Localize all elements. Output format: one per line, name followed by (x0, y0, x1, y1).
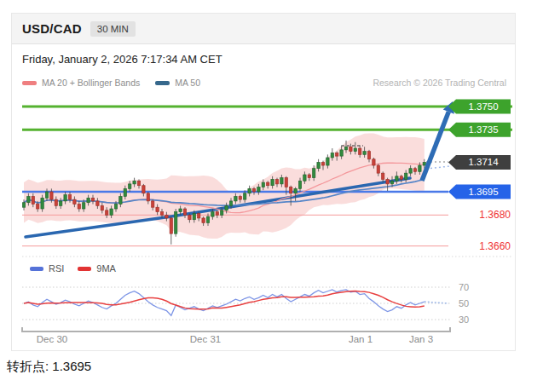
svg-text:Dec 31: Dec 31 (190, 334, 221, 344)
timeframe-badge: 30 MIN (90, 21, 136, 37)
chart-header: USD/CAD 30 MIN (12, 14, 515, 44)
legend-9ma: 9MA (78, 263, 116, 274)
date-line: Friday, January 2, 2026 7:17:34 AM CET (22, 53, 222, 66)
svg-text:Jan 1: Jan 1 (349, 334, 373, 344)
svg-text:50: 50 (459, 298, 469, 308)
svg-text:Dec 30: Dec 30 (37, 334, 67, 344)
rsi-9ma-swatch-icon (78, 267, 91, 271)
svg-text:1.3680: 1.3680 (479, 209, 511, 221)
symbol-title: USD/CAD (22, 21, 82, 36)
legend-ma50-label: MA 50 (175, 78, 200, 88)
legend-ma50: MA 50 (155, 78, 200, 88)
legend-ma20-label: MA 20 + Bollinger Bands (42, 78, 140, 88)
legend-rsi: RSI (30, 263, 64, 274)
legend-rsi-label: RSI (49, 263, 64, 274)
legend-row: MA 20 + Bollinger Bands MA 50 Research ©… (22, 78, 506, 88)
rsi-legend: RSI 9MA (30, 263, 116, 274)
svg-text:Jan 3: Jan 3 (409, 334, 433, 344)
legend-ma20: MA 20 + Bollinger Bands (22, 78, 140, 88)
pivot-note: 转折点: 1.3695 (7, 359, 91, 375)
chart-card: USD/CAD 30 MIN Friday, January 2, 2026 7… (11, 13, 516, 351)
svg-text:1.3750: 1.3750 (468, 101, 498, 112)
ma50-swatch-icon (155, 81, 170, 85)
legend-9ma-label: 9MA (96, 263, 116, 274)
svg-text:1.3735: 1.3735 (468, 124, 498, 135)
svg-text:1.3714: 1.3714 (468, 157, 499, 167)
svg-text:30: 30 (459, 314, 469, 325)
svg-text:70: 70 (459, 282, 469, 292)
rsi-swatch-icon (30, 267, 43, 271)
ma20-bollinger-swatch-icon (22, 81, 37, 85)
svg-text:1.3660: 1.3660 (479, 240, 511, 252)
research-credit: Research © 2026 Trading Central (373, 78, 506, 88)
svg-text:1.3695: 1.3695 (468, 187, 498, 197)
